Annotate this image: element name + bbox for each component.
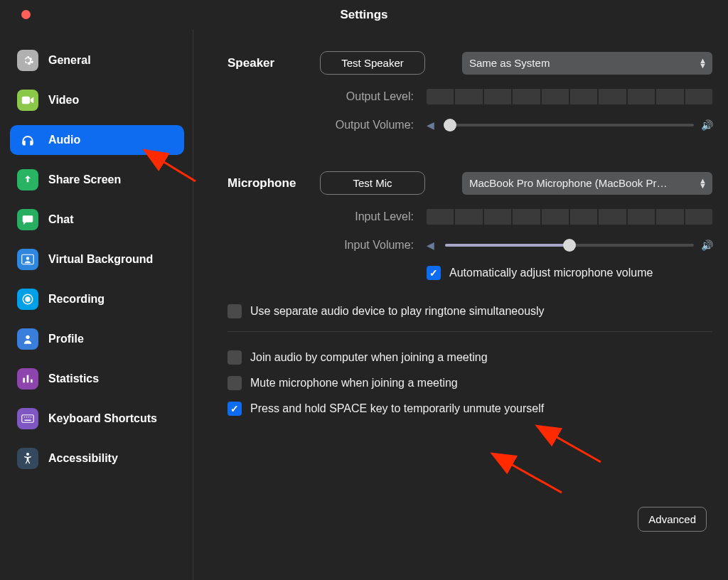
sidebar-item-profile[interactable]: Profile: [10, 324, 184, 354]
join-audio-checkbox[interactable]: [228, 350, 242, 365]
microphone-heading: Microphone: [228, 176, 320, 190]
svg-point-12: [28, 417, 30, 418]
svg-rect-14: [25, 420, 31, 421]
divider: [228, 331, 712, 332]
sidebar-item-share-screen[interactable]: Share Screen: [10, 165, 184, 195]
speaker-device-dropdown[interactable]: Same as System ▲▼: [462, 52, 712, 75]
vol-low-icon: ◀: [427, 240, 438, 251]
sidebar-item-label: Audio: [48, 134, 80, 146]
svg-rect-9: [22, 415, 34, 423]
output-level-meter: [427, 89, 712, 104]
sidebar-item-label: Chat: [48, 213, 74, 226]
profile-icon: [17, 328, 38, 350]
sidebar: General Video Audio Share Screen Chat Vi…: [0, 30, 193, 580]
sidebar-item-recording[interactable]: Recording: [10, 284, 184, 314]
input-level-label: Input Level:: [228, 210, 427, 223]
svg-point-15: [26, 453, 29, 456]
sidebar-item-label: Profile: [48, 333, 84, 345]
svg-point-10: [24, 417, 26, 418]
input-level-meter: [427, 209, 712, 225]
output-level-label: Output Level:: [228, 90, 427, 103]
advanced-button[interactable]: Advanced: [638, 507, 707, 532]
chat-icon: [17, 209, 38, 230]
sidebar-item-accessibility[interactable]: Accessibility: [10, 444, 184, 473]
svg-rect-6: [23, 378, 25, 383]
mute-on-join-label: Mute microphone when joining a meeting: [250, 377, 458, 390]
vol-low-icon: ◀: [427, 119, 438, 131]
svg-point-4: [26, 297, 30, 301]
window-title: Settings: [0, 8, 728, 22]
input-volume-slider[interactable]: [445, 244, 694, 247]
microphone-device-dropdown[interactable]: MacBook Pro Microphone (MacBook Pr… ▲▼: [462, 172, 712, 195]
slider-thumb[interactable]: [563, 239, 576, 252]
titlebar: Settings: [0, 0, 728, 30]
stats-icon: [17, 368, 38, 390]
gear-icon: [17, 50, 38, 71]
svg-point-11: [26, 417, 28, 418]
updown-arrows-icon: ▲▼: [699, 178, 707, 188]
close-window-button[interactable]: [21, 10, 31, 19]
keyboard-icon: [17, 408, 38, 429]
sidebar-item-label: Keyboard Shortcuts: [48, 412, 157, 425]
sidebar-item-statistics[interactable]: Statistics: [10, 364, 184, 394]
record-icon: [17, 289, 38, 310]
space-unmute-checkbox[interactable]: [228, 402, 242, 416]
input-volume-label: Input Volume:: [228, 239, 427, 252]
auto-adjust-mic-checkbox[interactable]: [427, 266, 441, 280]
person-bg-icon: [17, 249, 38, 270]
separate-ringtone-label: Use separate audio device to play ringto…: [250, 305, 545, 318]
svg-point-5: [26, 335, 29, 339]
sidebar-item-label: Accessibility: [48, 452, 118, 465]
sidebar-item-audio[interactable]: Audio: [10, 125, 184, 155]
sidebar-item-label: Share Screen: [48, 173, 121, 186]
video-icon: [17, 90, 38, 111]
content: Speaker Test Speaker Same as System ▲▼ O…: [193, 30, 728, 580]
speaker-heading: Speaker: [228, 56, 320, 70]
share-icon: [17, 169, 38, 190]
svg-point-2: [26, 257, 30, 260]
space-unmute-label: Press and hold SPACE key to temporarily …: [250, 402, 544, 415]
vol-high-icon: 🔊: [701, 119, 712, 131]
svg-rect-7: [27, 375, 29, 383]
output-volume-slider[interactable]: [445, 124, 694, 127]
output-volume-label: Output Volume:: [228, 119, 427, 131]
test-speaker-button[interactable]: Test Speaker: [320, 51, 425, 75]
join-audio-label: Join audio by computer when joining a me…: [250, 351, 488, 364]
slider-thumb[interactable]: [444, 119, 456, 131]
sidebar-item-chat[interactable]: Chat: [10, 205, 184, 235]
svg-point-13: [31, 417, 32, 418]
headphones-icon: [17, 129, 38, 151]
svg-rect-0: [22, 97, 30, 104]
svg-rect-8: [31, 380, 33, 383]
sidebar-item-label: Recording: [48, 293, 105, 306]
sidebar-item-virtual-background[interactable]: Virtual Background: [10, 245, 184, 274]
sidebar-item-video[interactable]: Video: [10, 85, 184, 115]
sidebar-item-label: Virtual Background: [48, 253, 153, 266]
updown-arrows-icon: ▲▼: [699, 58, 707, 68]
sidebar-item-label: General: [48, 54, 91, 67]
vol-high-icon: 🔊: [701, 240, 712, 251]
test-mic-button[interactable]: Test Mic: [320, 171, 425, 195]
sidebar-item-label: Video: [48, 94, 79, 107]
sidebar-item-label: Statistics: [48, 372, 99, 385]
separate-ringtone-checkbox[interactable]: [228, 304, 242, 318]
accessibility-icon: [17, 448, 38, 469]
sidebar-item-general[interactable]: General: [10, 45, 184, 75]
sidebar-item-keyboard-shortcuts[interactable]: Keyboard Shortcuts: [10, 404, 184, 434]
auto-adjust-mic-label: Automatically adjust microphone volume: [449, 267, 653, 279]
mute-on-join-checkbox[interactable]: [228, 376, 242, 390]
